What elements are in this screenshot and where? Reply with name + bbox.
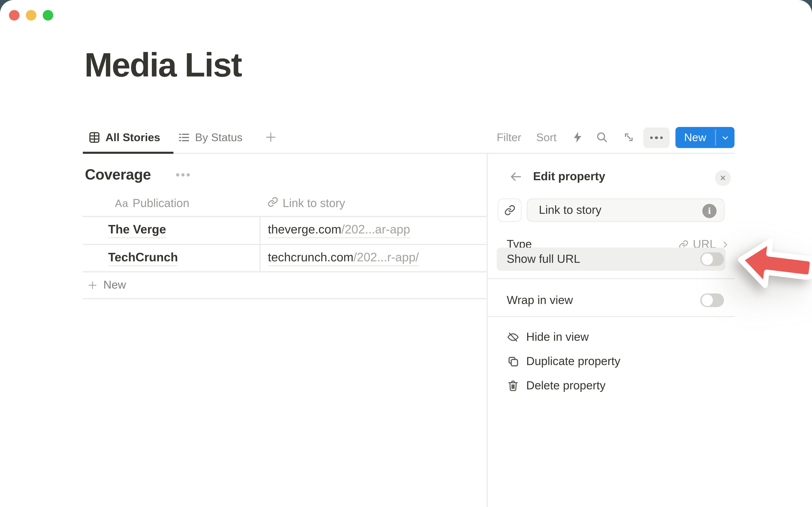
link-icon bbox=[504, 204, 515, 216]
window-controls bbox=[9, 10, 53, 20]
tab-by-status[interactable]: By Status bbox=[177, 126, 242, 149]
column-divider bbox=[259, 216, 260, 272]
wrap-in-view-label: Wrap in view bbox=[507, 293, 573, 307]
property-name-value: Link to story bbox=[539, 203, 601, 217]
table-row-title[interactable]: TechCrunch bbox=[108, 244, 178, 272]
table-row-link[interactable]: theverge.com/202...ar-app bbox=[268, 217, 410, 244]
close-window-button[interactable] bbox=[9, 10, 19, 20]
menu-item-duplicate-property[interactable]: Duplicate property bbox=[507, 350, 728, 373]
table-row-title[interactable]: The Verge bbox=[108, 217, 166, 244]
app-window: Media List All Stories By bbox=[0, 0, 812, 507]
search-icon[interactable] bbox=[596, 131, 608, 145]
plus-icon bbox=[264, 130, 277, 144]
eye-off-icon bbox=[507, 331, 519, 343]
menu-item-hide-in-view[interactable]: Hide in view bbox=[507, 326, 728, 349]
link-icon bbox=[267, 196, 278, 210]
column-label: Publication bbox=[133, 196, 189, 210]
menu-item-label: Hide in view bbox=[526, 330, 589, 344]
column-header-publication[interactable]: Aa Publication bbox=[115, 191, 190, 216]
menu-item-delete-property[interactable]: Delete property bbox=[507, 374, 728, 397]
column-header-link[interactable]: Link to story bbox=[267, 191, 345, 216]
more-icon bbox=[650, 136, 653, 139]
toolbar-divider bbox=[83, 153, 734, 154]
screen: Media List All Stories By bbox=[0, 0, 812, 507]
panel-section-divider bbox=[487, 316, 734, 317]
wrap-in-view-toggle[interactable] bbox=[700, 293, 724, 307]
column-label: Link to story bbox=[283, 196, 345, 210]
panel-title: Edit property bbox=[533, 170, 605, 183]
wrap-in-view-row[interactable]: Wrap in view bbox=[507, 289, 724, 312]
table-border bbox=[83, 298, 488, 299]
filter-button[interactable]: Filter bbox=[497, 126, 521, 149]
close-icon: × bbox=[720, 172, 726, 184]
table-row-link[interactable]: techcrunch.com/202...r-app/ bbox=[268, 244, 419, 272]
trash-icon bbox=[507, 379, 519, 392]
lightning-icon[interactable] bbox=[571, 131, 583, 145]
active-tab-underline bbox=[83, 152, 173, 154]
page-title: Media List bbox=[84, 45, 242, 84]
arrow-left-icon bbox=[509, 170, 523, 184]
add-view-button[interactable] bbox=[264, 130, 277, 146]
property-name-input[interactable]: Link to story i bbox=[527, 199, 724, 222]
show-full-url-toggle[interactable] bbox=[700, 252, 724, 266]
table-view-icon bbox=[88, 131, 101, 144]
close-button[interactable]: × bbox=[715, 170, 731, 186]
sort-button[interactable]: Sort bbox=[536, 126, 557, 149]
plus-icon bbox=[87, 280, 98, 291]
back-button[interactable] bbox=[509, 170, 523, 186]
new-row-button[interactable]: New bbox=[87, 272, 126, 299]
red-arrow-annotation bbox=[732, 229, 812, 298]
menu-item-label: Duplicate property bbox=[526, 354, 620, 368]
new-button-dropdown[interactable] bbox=[716, 127, 734, 148]
text-property-icon: Aa bbox=[115, 197, 129, 209]
minimize-window-button[interactable] bbox=[26, 10, 36, 20]
property-type-icon-button[interactable] bbox=[498, 199, 521, 222]
panel-section-divider bbox=[487, 278, 734, 279]
list-view-icon bbox=[177, 131, 190, 144]
expand-icon[interactable] bbox=[623, 131, 635, 145]
menu-item-label: Delete property bbox=[526, 379, 606, 393]
more-icon bbox=[176, 173, 179, 176]
show-full-url-label: Show full URL bbox=[507, 252, 580, 266]
panel-divider bbox=[487, 153, 488, 507]
database-title[interactable]: Coverage bbox=[85, 165, 151, 184]
tab-all-stories[interactable]: All Stories bbox=[88, 126, 160, 149]
duplicate-icon bbox=[507, 355, 519, 368]
database-more-button[interactable] bbox=[176, 173, 190, 176]
chevron-down-icon bbox=[721, 133, 729, 142]
tab-label: All Stories bbox=[105, 131, 160, 144]
new-button[interactable]: New bbox=[675, 127, 734, 148]
new-row-label: New bbox=[103, 279, 126, 292]
zoom-window-button[interactable] bbox=[43, 10, 53, 20]
show-full-url-row[interactable]: Show full URL bbox=[507, 247, 724, 271]
tab-label: By Status bbox=[195, 131, 243, 144]
new-button-label[interactable]: New bbox=[675, 127, 715, 148]
more-options-button[interactable] bbox=[643, 127, 670, 148]
info-icon[interactable]: i bbox=[702, 204, 716, 218]
